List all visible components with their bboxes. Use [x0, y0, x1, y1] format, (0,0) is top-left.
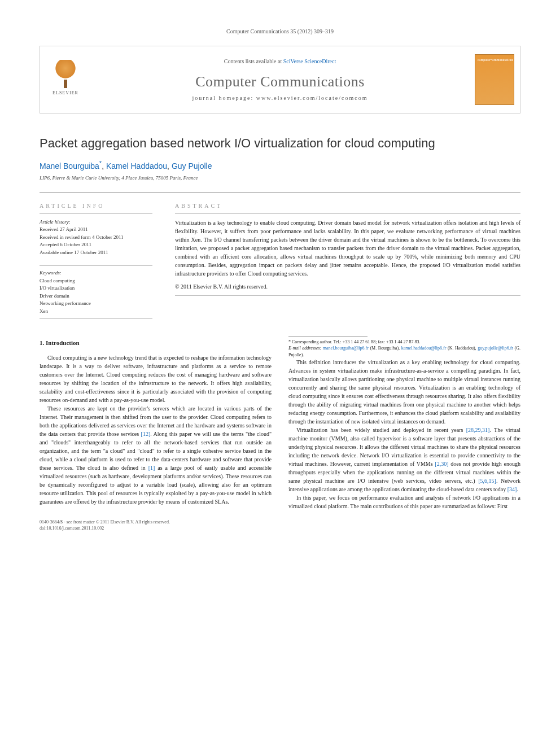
corresponding-author-footnote: * Corresponding author. Tel.: +33 1 44 2… [288, 339, 520, 345]
affiliation: LIP6, Pierre & Marie Curie University, 4… [40, 175, 520, 181]
keyword-3: Driver domain [40, 292, 152, 300]
body-p4a: Virtualization has been widely studied a… [296, 427, 466, 433]
body-p5: In this paper, we focus on performance e… [288, 495, 520, 509]
ref-link-5-6-15[interactable]: [5,6,15] [478, 478, 496, 484]
publisher-logo-block: ELSEVIER [40, 46, 91, 113]
footer-doi: doi:10.1016/j.comcom.2011.10.002 [40, 525, 520, 531]
ref-link-34[interactable]: [34] [508, 486, 517, 492]
email-footnote: E-mail addresses: manel.bourguiba@lip6.f… [288, 345, 520, 357]
email-link-2[interactable]: kamel.haddadou@lip6.fr [401, 346, 447, 351]
email-who-1: (M. Bourguiba), [369, 346, 401, 351]
keywords-box: Keywords: Cloud computing I/O virtualiza… [40, 265, 152, 319]
ref-link-12[interactable]: [12] [141, 431, 151, 437]
keyword-1: Cloud computing [40, 277, 152, 285]
journal-cover-icon [475, 54, 514, 105]
contents-available-line: Contents lists available at SciVerse Sci… [224, 58, 336, 64]
ref-link-1[interactable]: [1] [148, 465, 155, 471]
email-label: E-mail addresses: [288, 346, 323, 351]
email-who-2: (K. Haddadou), [446, 346, 478, 351]
history-online: Available online 17 October 2011 [40, 249, 152, 257]
abstract-label: ABSTRACT [175, 203, 520, 209]
body-p1: Cloud computing is a new technology tren… [40, 355, 272, 403]
corresponding-author-mark-icon: * [99, 160, 102, 167]
journal-name: Computer Communications [195, 73, 365, 90]
copyright-text: © 2011 Elsevier B.V. All rights reserved… [175, 282, 520, 291]
elsevier-tree-icon [51, 60, 80, 88]
body-p4e: . [517, 486, 518, 492]
history-received: Received 27 April 2011 [40, 226, 152, 234]
history-accepted: Accepted 6 October 2011 [40, 241, 152, 249]
article-title: Packet aggregation based network I/O vir… [40, 136, 520, 151]
footer-front-matter: 0140-3664/$ - see front matter © 2011 El… [40, 519, 520, 525]
keyword-2: I/O virtualization [40, 285, 152, 292]
abstract-text: Virtualization is a key technology to en… [175, 219, 520, 278]
body-text: 1. Introduction Cloud computing is a new… [40, 336, 520, 512]
contents-text: Contents lists available at [224, 58, 283, 64]
email-link-3[interactable]: guy.pujolle@lip6.fr [478, 346, 513, 351]
abstract-box: Virtualization is a key technology to en… [175, 213, 520, 296]
footer: 0140-3664/$ - see front matter © 2011 El… [40, 519, 520, 531]
journal-cover-block [469, 46, 520, 113]
history-revised: Received in revised form 4 October 2011 [40, 234, 152, 242]
journal-homepage: journal homepage: www.elsevier.com/locat… [193, 95, 368, 101]
email-link-1[interactable]: manel.bourguiba@lip6.fr [323, 346, 369, 351]
history-label: Article history: [40, 219, 71, 225]
header-citation: Computer Communications 35 (2012) 309–31… [40, 28, 520, 34]
sciencedirect-link[interactable]: SciVerse ScienceDirect [283, 58, 336, 64]
footnote-separator [288, 336, 368, 337]
elsevier-logo-icon: ELSEVIER [49, 60, 82, 99]
journal-banner: ELSEVIER Contents lists available at Sci… [40, 46, 520, 113]
keyword-5: Xen [40, 308, 152, 316]
section-heading-introduction: 1. Introduction [40, 338, 272, 348]
author-link-1[interactable]: Manel Bourguiba [40, 161, 99, 171]
ref-link-28-29-31[interactable]: [28,29,31] [466, 427, 490, 433]
article-info-label: ARTICLE INFO [40, 203, 152, 209]
keyword-4: Networking performance [40, 300, 152, 308]
author-list: Manel Bourguiba*, Kamel Haddadou, Guy Pu… [40, 160, 520, 171]
article-history: Article history: Received 27 April 2011 … [40, 213, 152, 257]
publisher-name: ELSEVIER [53, 90, 78, 95]
body-p3: This definition introduces the virtualiz… [288, 359, 520, 425]
keywords-label: Keywords: [40, 269, 152, 277]
author-link-2[interactable]: Kamel Haddadou [106, 161, 167, 171]
ref-link-2-30[interactable]: [2,30] [435, 461, 448, 467]
author-link-3[interactable]: Guy Pujolle [172, 161, 212, 171]
